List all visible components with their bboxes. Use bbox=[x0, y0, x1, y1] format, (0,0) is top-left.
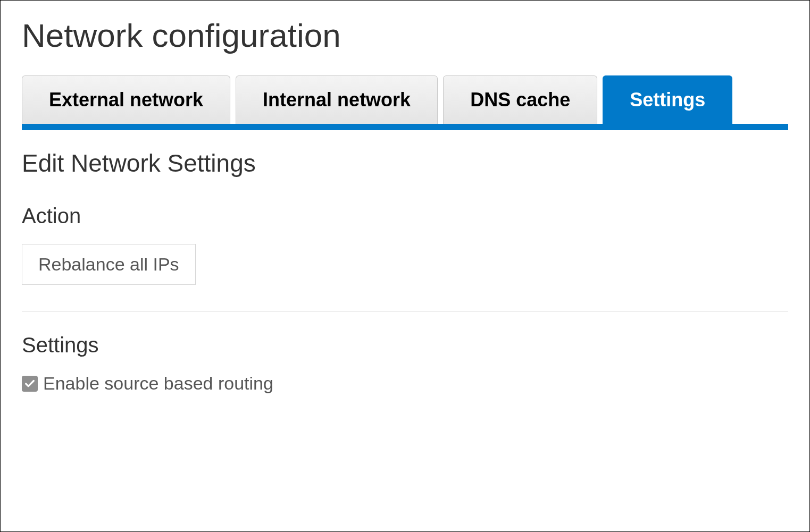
tab-content: Edit Network Settings Action Rebalance a… bbox=[22, 130, 788, 394]
page-title: Network configuration bbox=[22, 16, 788, 54]
section-title: Edit Network Settings bbox=[22, 149, 788, 178]
rebalance-all-ips-button[interactable]: Rebalance all IPs bbox=[22, 244, 196, 285]
tabs: External network Internal network DNS ca… bbox=[22, 75, 788, 130]
tab-settings[interactable]: Settings bbox=[603, 75, 732, 124]
source-routing-checkbox[interactable] bbox=[22, 376, 38, 392]
source-routing-row: Enable source based routing bbox=[22, 373, 788, 394]
source-routing-label: Enable source based routing bbox=[43, 373, 273, 394]
tab-internal-network[interactable]: Internal network bbox=[236, 75, 438, 124]
action-heading: Action bbox=[22, 204, 788, 228]
divider bbox=[22, 311, 788, 312]
settings-heading: Settings bbox=[22, 333, 788, 357]
checkmark-icon bbox=[24, 378, 36, 390]
tab-external-network[interactable]: External network bbox=[22, 75, 230, 124]
tab-dns-cache[interactable]: DNS cache bbox=[443, 75, 597, 124]
